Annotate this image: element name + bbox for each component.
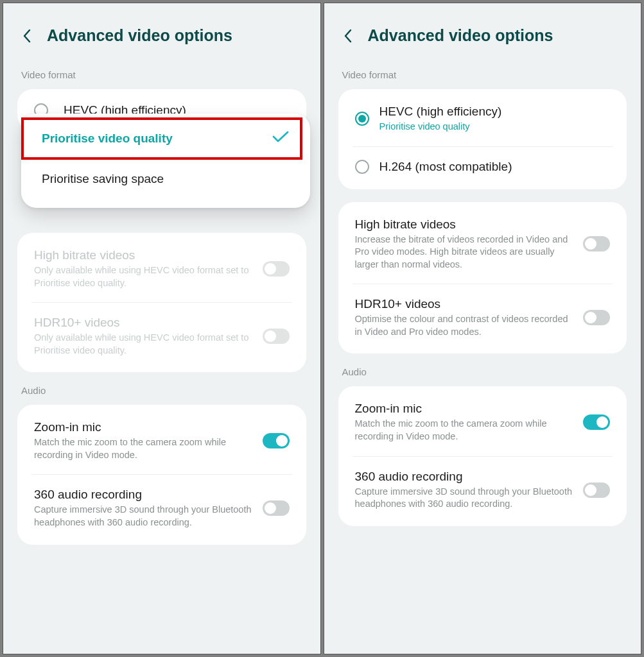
radio-icon[interactable] [355, 160, 369, 174]
hdr-sub: Optimise the colour and contrast of vide… [355, 313, 573, 338]
page-title: Advanced video options [368, 26, 553, 45]
row-360-audio[interactable]: 360 audio recording Capture immersive 3D… [31, 475, 292, 542]
audio360-title: 360 audio recording [355, 470, 573, 484]
hdr-sub: Only available while using HEVC video fo… [34, 332, 252, 357]
check-icon [272, 130, 290, 146]
video-format-card: HEVC (high efficiency) Prioritise video … [338, 89, 627, 189]
row-zoom-mic[interactable]: Zoom-in mic Match the mic zoom to the ca… [352, 389, 613, 456]
high-bitrate-toggle [263, 261, 290, 277]
section-video-format: Video format [17, 69, 306, 89]
hevc-dropdown-popup: Prioritise video quality Prioritise savi… [21, 114, 310, 208]
zoom-mic-toggle[interactable] [583, 414, 610, 430]
audio360-sub: Capture immersive 3D sound through your … [355, 486, 573, 511]
section-video-format: Video format [338, 69, 627, 89]
row-hdr: HDR10+ videos Only available while using… [31, 303, 292, 370]
screen-left: Advanced video options Video format HEVC… [3, 3, 321, 654]
high-bitrate-sub: Only available while using HEVC video fo… [34, 264, 252, 289]
high-bitrate-title: High bitrate videos [34, 248, 252, 262]
dropdown-item-label: Prioritise saving space [42, 172, 164, 186]
hdr-toggle[interactable] [583, 310, 610, 325]
row-high-bitrate: High bitrate videos Only available while… [31, 235, 292, 303]
screen-right: Advanced video options Video format HEVC… [324, 3, 642, 654]
zoom-mic-toggle[interactable] [263, 433, 290, 448]
back-icon[interactable] [342, 30, 354, 42]
audio360-toggle[interactable] [263, 500, 290, 516]
page-title: Advanced video options [47, 26, 232, 45]
zoom-mic-title: Zoom-in mic [355, 402, 573, 416]
zoom-mic-title: Zoom-in mic [34, 420, 252, 434]
row-high-bitrate[interactable]: High bitrate videos Increase the bitrate… [352, 205, 613, 285]
high-bitrate-toggle[interactable] [583, 236, 610, 252]
audio360-sub: Capture immersive 3D sound through your … [34, 504, 252, 529]
radio-row-h264[interactable]: H.264 (most compatible) [352, 147, 613, 187]
option-h264-label: H.264 (most compatible) [379, 160, 611, 174]
dropdown-item-prioritise-space[interactable]: Prioritise saving space [28, 159, 304, 199]
radio-icon[interactable] [355, 112, 369, 126]
dropdown-item-prioritise-quality[interactable]: Prioritise video quality [28, 117, 304, 159]
dropdown-item-label: Prioritise video quality [42, 132, 173, 146]
high-bitrate-title: High bitrate videos [355, 218, 573, 232]
audio-card: Zoom-in mic Match the mic zoom to the ca… [17, 405, 306, 544]
hdr-title: HDR10+ videos [34, 316, 252, 330]
option-hevc-label: HEVC (high efficiency) [379, 105, 611, 119]
hdr-toggle [263, 328, 290, 344]
hdr-title: HDR10+ videos [355, 297, 573, 311]
option-hevc-sub: Prioritise video quality [379, 121, 611, 133]
section-audio: Audio [17, 385, 306, 405]
audio360-title: 360 audio recording [34, 488, 252, 502]
back-icon[interactable] [21, 30, 33, 42]
audio-card: Zoom-in mic Match the mic zoom to the ca… [338, 386, 627, 525]
row-hdr[interactable]: HDR10+ videos Optimise the colour and co… [352, 284, 613, 351]
zoom-mic-sub: Match the mic zoom to the camera zoom wh… [34, 436, 252, 461]
header: Advanced video options [17, 21, 306, 69]
radio-row-hevc[interactable]: HEVC (high efficiency) Prioritise video … [352, 92, 613, 147]
section-audio: Audio [338, 366, 627, 386]
bitrate-hdr-card: High bitrate videos Only available while… [17, 233, 306, 372]
bitrate-hdr-card: High bitrate videos Increase the bitrate… [338, 202, 627, 354]
zoom-mic-sub: Match the mic zoom to the camera zoom wh… [355, 418, 573, 443]
header: Advanced video options [338, 21, 627, 69]
row-zoom-mic[interactable]: Zoom-in mic Match the mic zoom to the ca… [31, 407, 292, 475]
row-360-audio[interactable]: 360 audio recording Capture immersive 3D… [352, 457, 613, 524]
high-bitrate-sub: Increase the bitrate of videos recorded … [355, 234, 573, 271]
audio360-toggle[interactable] [583, 482, 610, 498]
